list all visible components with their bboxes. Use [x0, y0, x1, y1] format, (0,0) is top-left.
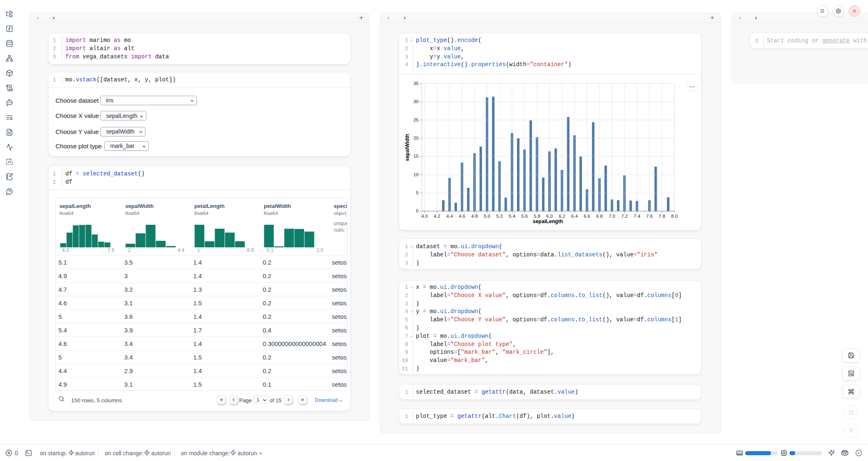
svg-text:0: 0 [416, 208, 418, 213]
svg-text:15: 15 [413, 154, 419, 159]
svg-text:10: 10 [413, 172, 419, 177]
svg-text:5.0: 5.0 [484, 214, 490, 219]
svg-text:5.8: 5.8 [534, 214, 540, 219]
svg-text:4.2: 4.2 [434, 214, 440, 219]
svg-text:5.2: 5.2 [496, 214, 503, 219]
svg-text:20: 20 [413, 136, 419, 141]
svg-text:7.6: 7.6 [646, 214, 653, 219]
svg-text:35: 35 [413, 81, 419, 86]
svg-text:7.2: 7.2 [621, 214, 628, 219]
svg-text:sepalWidth: sepalWidth [404, 134, 410, 161]
svg-text:6.0: 6.0 [546, 214, 553, 219]
svg-text:5.6: 5.6 [521, 214, 528, 219]
svg-text:8.0: 8.0 [671, 214, 678, 219]
svg-text:25: 25 [413, 118, 419, 122]
svg-text:4.4: 4.4 [446, 214, 453, 219]
svg-text:6.2: 6.2 [559, 214, 565, 219]
svg-text:4.8: 4.8 [471, 214, 478, 219]
svg-text:7.4: 7.4 [634, 214, 641, 219]
svg-text:6.4: 6.4 [571, 214, 578, 219]
svg-text:6.8: 6.8 [596, 214, 603, 219]
svg-text:sepalLength: sepalLength [533, 219, 563, 224]
svg-text:5.4: 5.4 [509, 214, 516, 219]
svg-text:30: 30 [413, 99, 419, 104]
svg-text:4.0: 4.0 [421, 214, 428, 219]
svg-text:7.8: 7.8 [659, 214, 665, 219]
svg-text:7.0: 7.0 [609, 214, 615, 219]
svg-text:4.6: 4.6 [459, 214, 465, 219]
svg-text:6.6: 6.6 [584, 214, 590, 219]
svg-text:5: 5 [416, 190, 418, 195]
